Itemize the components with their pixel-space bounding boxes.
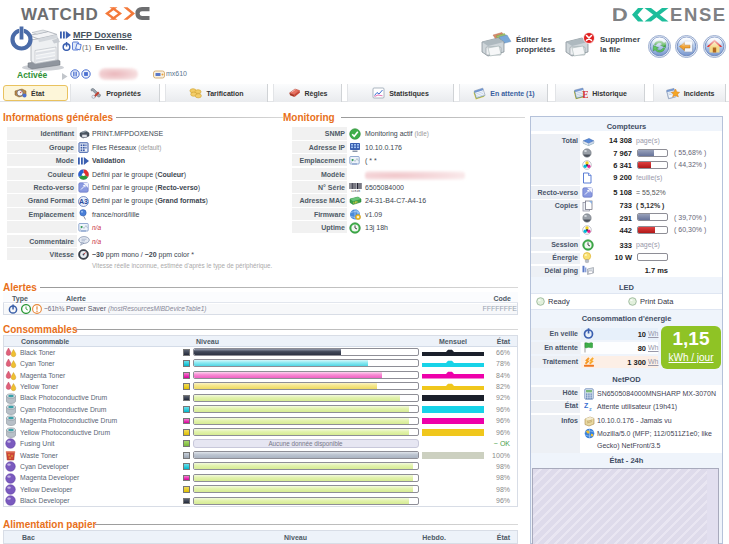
svg-text:D: D [613,4,628,25]
svg-text:ENSE: ENSE [670,4,727,25]
svg-text:WATCHD: WATCHD [21,5,99,24]
svg-text:A3: A3 [79,198,88,205]
svg-text:12345: 12345 [351,190,360,192]
svg-text:z: z [589,406,592,412]
svg-text:E: E [582,89,588,100]
